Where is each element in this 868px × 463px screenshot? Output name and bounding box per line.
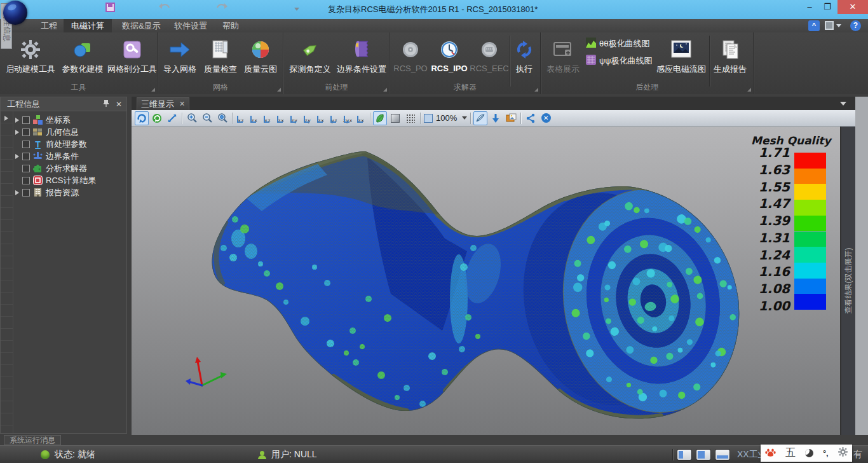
execute-button[interactable]: 执行	[510, 34, 538, 83]
share-view-button[interactable]	[524, 111, 538, 125]
layout-bottom-panel-button[interactable]	[715, 449, 730, 460]
system-messages-tab[interactable]: 系统运行消息	[4, 435, 61, 445]
redo-icon[interactable]	[215, 3, 229, 15]
tree-item-preprocess-params[interactable]: T 前处理参数	[13, 138, 126, 150]
tab-close-icon[interactable]: ✕	[179, 98, 185, 110]
flat-shade-button[interactable]	[388, 111, 402, 125]
view-orientation-button-10[interactable]: zx	[355, 112, 367, 125]
ime-fullwidth-moon-icon[interactable]	[805, 449, 813, 457]
tree-item-geometry-info[interactable]: 几何信息	[13, 126, 126, 138]
orbit-rotate-button[interactable]	[135, 111, 149, 125]
green-tag-icon	[299, 37, 321, 62]
tab-settings[interactable]: 软件设置	[166, 19, 215, 32]
tree-checkbox[interactable]	[22, 165, 30, 172]
tab-em-compute[interactable]: 电磁计算	[64, 19, 112, 32]
generate-report-button[interactable]: 生成报告	[710, 34, 750, 83]
induced-current-map-button[interactable]: 感应电磁流图	[653, 34, 709, 83]
quality-check-button[interactable]: 质量检查	[200, 34, 241, 83]
tree-checkbox[interactable]	[22, 116, 30, 124]
boundary-condition-button[interactable]: 边界条件设置	[335, 34, 388, 83]
group-dialog-launcher-icon[interactable]	[534, 88, 538, 92]
legend-value: 1.08	[731, 282, 790, 296]
image-export-button[interactable]	[504, 111, 518, 125]
tree-item-boundary-conditions[interactable]: 边界条件	[13, 150, 126, 162]
view-orientation-button-8[interactable]: yz	[329, 112, 341, 125]
group-dialog-launcher-icon[interactable]	[747, 88, 751, 92]
cancel-button[interactable]: ✕	[539, 111, 553, 125]
rcs-eec-button[interactable]: RCS_EEC	[469, 34, 510, 83]
results-collapsed-bar[interactable]: 查看结果(双击展开)	[841, 127, 855, 435]
expand-icon[interactable]	[15, 130, 19, 135]
wireframe-points-button[interactable]	[403, 111, 417, 125]
view-orientation-button-7[interactable]: zx	[315, 112, 327, 125]
minimize-button[interactable]: –	[802, 0, 817, 14]
zoom-out-button[interactable]	[200, 111, 214, 125]
panel-close-icon[interactable]: ✕	[114, 99, 124, 109]
tree-item-rcs-results[interactable]: RCS计算结果	[13, 174, 126, 186]
pin-icon[interactable]	[101, 99, 111, 109]
download-result-button[interactable]	[489, 111, 503, 125]
tab-project[interactable]: 工程	[33, 19, 65, 32]
tree-item-report-resources[interactable]: 报告资源	[13, 186, 126, 198]
view-orientation-button-5[interactable]: zy	[288, 112, 301, 125]
baidu-ime-logo-icon[interactable]	[765, 447, 776, 460]
tab-data-display[interactable]: 数据&显示	[114, 19, 168, 32]
table-display-button[interactable]: 表格展示	[543, 34, 583, 83]
smooth-shade-button[interactable]	[373, 111, 387, 125]
view-orientation-button-9[interactable]: zyx	[342, 112, 354, 125]
ime-mode-button[interactable]: 五	[785, 446, 796, 460]
app-logo[interactable]	[3, 1, 27, 25]
tree-checkbox[interactable]	[22, 128, 30, 136]
layout-split-panel-button[interactable]	[696, 449, 711, 460]
view-orientation-button-1[interactable]: xz	[235, 112, 247, 125]
import-mesh-button[interactable]: 导入网格	[159, 34, 200, 83]
layout-left-panel-button[interactable]	[677, 449, 692, 460]
psi-polarization-curve-button[interactable]: ψψ极化曲线图	[586, 53, 653, 69]
viewport-3d[interactable]: Mesh Quality 1.711.631.551.471.391.311.2…	[132, 127, 840, 435]
restore-button[interactable]: ❐	[820, 0, 835, 14]
qat-dropdown-icon[interactable]	[290, 3, 304, 15]
tab-3d-display[interactable]: 三维显示 ✕	[137, 97, 189, 110]
zoom-in-button[interactable]	[185, 111, 199, 125]
root-expand-icon[interactable]	[4, 116, 8, 121]
display-style-dropdown-icon[interactable]	[836, 24, 841, 27]
group-dialog-launcher-icon[interactable]	[383, 88, 387, 92]
pan-zoom-arrow-button[interactable]	[165, 111, 179, 125]
tree-item-coordinate-system[interactable]: 坐标系	[13, 114, 126, 126]
collapse-ribbon-icon[interactable]: ^	[808, 20, 820, 31]
view-orientation-button-2[interactable]: zx	[248, 112, 261, 125]
tree-checkbox[interactable]	[22, 189, 30, 197]
parametric-modeling-button[interactable]: 参数化建模	[58, 34, 107, 83]
rcs-po-button[interactable]: RCS_PO	[391, 34, 430, 83]
ime-punctuation-button[interactable]: °,	[823, 448, 829, 458]
ime-settings-gear-icon[interactable]	[838, 447, 848, 459]
expand-icon[interactable]	[15, 190, 19, 195]
close-button[interactable]: ✕	[837, 0, 868, 14]
group-dialog-launcher-icon[interactable]	[277, 88, 281, 92]
theta-polarization-curve-button[interactable]: θθ极化曲线图	[586, 36, 653, 52]
help-icon[interactable]: ?	[850, 20, 861, 31]
undo-icon[interactable]	[158, 3, 172, 15]
group-dialog-launcher-icon[interactable]	[151, 88, 155, 92]
expand-icon[interactable]	[15, 118, 19, 123]
tab-help[interactable]: 帮助	[215, 19, 247, 32]
quality-cloud-map-button[interactable]: 质量云图	[241, 34, 280, 83]
rcs-ipo-button[interactable]: RCS_IPO	[430, 34, 469, 83]
display-style-icon[interactable]	[825, 21, 834, 30]
tab-list-dropdown-icon[interactable]	[840, 102, 846, 106]
zoom-level-select[interactable]: 100%	[424, 113, 467, 123]
detect-angle-define-button[interactable]: 探测角定义	[285, 34, 335, 83]
view-orientation-button-4[interactable]: zx	[275, 112, 287, 125]
zoom-fit-button[interactable]	[215, 111, 229, 125]
expand-icon[interactable]	[15, 154, 19, 159]
tree-checkbox[interactable]	[22, 153, 30, 160]
view-orientation-button-3[interactable]: xz	[262, 112, 274, 125]
tree-checkbox[interactable]	[22, 177, 30, 184]
tree-item-analysis-solver[interactable]: 分析求解器	[13, 162, 126, 174]
tree-checkbox[interactable]	[22, 141, 30, 148]
mesh-display-button[interactable]	[473, 111, 487, 125]
mesh-partition-tool-button[interactable]: 网格剖分工具	[107, 34, 158, 83]
save-icon[interactable]	[105, 3, 119, 15]
view-orientation-button-6[interactable]: zy	[302, 112, 314, 125]
spin-view-button[interactable]	[150, 111, 164, 125]
